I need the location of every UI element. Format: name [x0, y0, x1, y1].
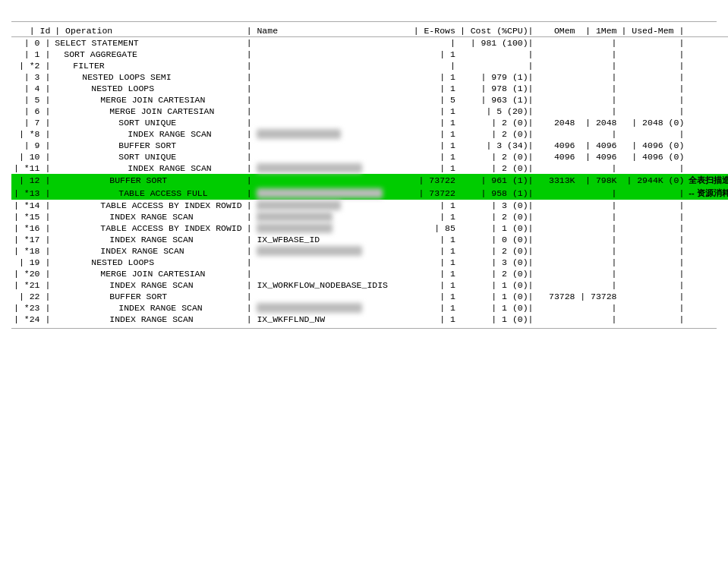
cell-comment: [686, 234, 728, 245]
cell-usedmem: |: [619, 60, 687, 71]
cell-omem: [536, 128, 578, 140]
cell-cost: | 1 (0)|: [458, 222, 536, 234]
cell-comment: [686, 151, 728, 162]
cell-id: | 7 |: [11, 117, 52, 128]
table-row: | 19 |NESTED LOOPS|| 1| 3 (0)|||: [11, 257, 728, 268]
cell-name: | IX_WFBASE_ID: [244, 234, 411, 245]
cell-comment: 全表扫描造成的排序合并连接方式，排序效率很差: [686, 174, 728, 187]
cell-operation: BUFFER SORT: [52, 174, 244, 187]
cell-1mem: |: [578, 187, 619, 200]
cell-1mem: |: [578, 279, 619, 291]
cell-1mem: |: [578, 268, 619, 279]
cell-erows: | 1: [411, 83, 458, 94]
cell-operation: INDEX RANGE SCAN: [52, 245, 244, 257]
table-row: | 5 |MERGE JOIN CARTESIAN|| 5| 963 (1)||…: [11, 94, 728, 106]
cell-name: |: [244, 257, 411, 268]
cell-erows: | 1: [411, 302, 458, 314]
cell-operation: INDEX RANGE SCAN: [52, 162, 244, 174]
cell-usedmem: |: [619, 106, 687, 117]
cell-cost: | 978 (1)|: [458, 83, 536, 94]
cell-1mem: |: [578, 314, 619, 325]
cell-erows: | 1: [411, 128, 458, 140]
cell-name: | ████████████████████: [244, 302, 411, 314]
cell-1mem: | 2048: [578, 117, 619, 128]
cell-operation: INDEX RANGE SCAN: [52, 211, 244, 222]
cell-operation: SORT UNIQUE: [52, 151, 244, 162]
cell-1mem: |: [578, 83, 619, 94]
table-row: | 12 |BUFFER SORT|| 73722| 961 (1)| 3313…: [11, 174, 728, 187]
cell-1mem: |: [578, 37, 619, 49]
cell-comment: [686, 257, 728, 268]
cell-operation: NESTED LOOPS: [52, 257, 244, 268]
cell-comment: [686, 302, 728, 314]
cell-id: | *18 |: [11, 245, 52, 257]
cell-id: | 10 |: [11, 151, 52, 162]
table-row: | 3 |NESTED LOOPS SEMI|| 1| 979 (1)|||: [11, 71, 728, 83]
cell-id: | 19 |: [11, 257, 52, 268]
cell-cost: | 963 (1)|: [458, 94, 536, 106]
table-row: | *24 |INDEX RANGE SCAN| IX_WKFFLND_NW| …: [11, 314, 728, 325]
cell-cost: | 958 (1)|: [458, 187, 536, 200]
cell-operation: MERGE JOIN CARTESIAN: [52, 268, 244, 279]
cell-name: | ████████████████: [244, 128, 411, 140]
cell-operation: TABLE ACCESS FULL: [52, 187, 244, 200]
cell-cost: | 1 (0)|: [458, 314, 536, 325]
cell-usedmem: |: [619, 211, 687, 222]
cell-operation: SORT AGGREGATE: [52, 49, 244, 60]
col-header-name: | Name: [244, 25, 411, 37]
cell-id: | *8 |: [11, 128, 52, 140]
cell-1mem: |: [578, 60, 619, 71]
cell-1mem: |: [578, 257, 619, 268]
cell-name: |: [244, 174, 411, 187]
cell-1mem: |: [578, 234, 619, 245]
cell-erows: | 1: [411, 314, 458, 325]
cell-1mem: |: [578, 71, 619, 83]
cell-omem: [536, 211, 578, 222]
cell-usedmem: |: [619, 128, 687, 140]
cell-cost: | 2 (0)|: [458, 268, 536, 279]
cell-1mem: |: [578, 94, 619, 106]
cell-omem: [536, 83, 578, 94]
cell-omem: [536, 49, 578, 60]
cell-comment: [686, 37, 728, 49]
cell-1mem: |: [578, 222, 619, 234]
cell-operation: BUFFER SORT: [52, 291, 244, 302]
cell-comment: [686, 71, 728, 83]
cell-omem: [536, 106, 578, 117]
cell-1mem: |: [578, 211, 619, 222]
cell-comment: [686, 106, 728, 117]
cell-omem: 2048: [536, 117, 578, 128]
table-row: | 1 |SORT AGGREGATE|| 1|||: [11, 49, 728, 60]
cell-operation: SELECT STATEMENT: [52, 37, 244, 49]
cell-erows: | 73722: [411, 174, 458, 187]
cell-omem: [536, 234, 578, 245]
cell-usedmem: |: [619, 71, 687, 83]
cell-erows: |: [411, 60, 458, 71]
cell-comment: [686, 162, 728, 174]
table-row: | *17 |INDEX RANGE SCAN| IX_WFBASE_ID| 1…: [11, 234, 728, 245]
cell-id: | 9 |: [11, 140, 52, 151]
execution-plan-table: | Id | Operation | Name | E-Rows | Cost …: [11, 25, 728, 325]
cell-cost: | 0 (0)|: [458, 234, 536, 245]
cell-name: |: [244, 291, 411, 302]
cell-name: | ██████████████: [244, 222, 411, 234]
cell-comment: [686, 291, 728, 302]
cell-comment: [686, 60, 728, 71]
cell-id: | 5 |: [11, 94, 52, 106]
cell-name: | ████████████████: [244, 200, 411, 211]
cell-usedmem: |: [619, 257, 687, 268]
cell-usedmem: |: [619, 37, 687, 49]
cell-erows: | 1: [411, 291, 458, 302]
cell-id: | *11 |: [11, 162, 52, 174]
cell-omem: [536, 257, 578, 268]
table-row: | *15 |INDEX RANGE SCAN| ████████████| 1…: [11, 211, 728, 222]
cell-name: |: [244, 83, 411, 94]
cell-id: | 0 |: [11, 37, 52, 49]
table-row: | *20 |MERGE JOIN CARTESIAN|| 1| 2 (0)||…: [11, 268, 728, 279]
cell-comment: [686, 268, 728, 279]
cell-erows: |: [411, 37, 458, 49]
cell-operation: INDEX RANGE SCAN: [52, 234, 244, 245]
cell-cost: | 979 (1)|: [458, 71, 536, 83]
cell-cost: | 2 (0)|: [458, 128, 536, 140]
cell-omem: [536, 94, 578, 106]
